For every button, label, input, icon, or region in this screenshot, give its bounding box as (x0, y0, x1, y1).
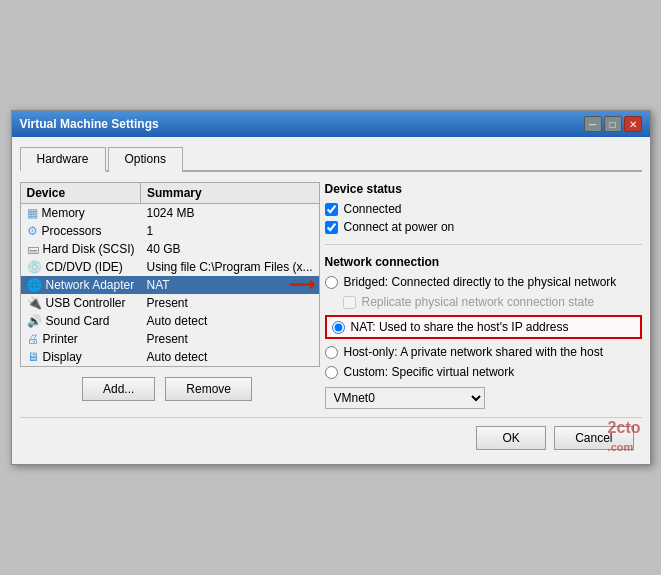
ok-button[interactable]: OK (476, 426, 546, 450)
nat-label: NAT: Used to share the host's IP address (351, 320, 569, 334)
left-panel: Device Summary ▦Memory 1024 MB ⚙Processo… (20, 182, 315, 409)
table-row[interactable]: 🖥Display Auto detect (20, 348, 319, 367)
connect-power-label: Connect at power on (344, 220, 455, 234)
arrow-icon: ⟶ (289, 274, 315, 296)
custom-radio[interactable] (325, 366, 338, 379)
table-row[interactable]: 🖨Printer Present (20, 330, 319, 348)
table-row-network-adapter[interactable]: 🌐Network Adapter NAT ⟶ (20, 276, 319, 294)
bridged-label: Bridged: Connected directly to the physi… (344, 275, 617, 289)
table-actions: Add... Remove (20, 377, 315, 401)
bridged-radio-row: Bridged: Connected directly to the physi… (325, 275, 642, 289)
maximize-button[interactable]: □ (604, 116, 622, 132)
replicate-label: Replicate physical network connection st… (362, 295, 595, 309)
connected-label: Connected (344, 202, 402, 216)
close-button[interactable]: ✕ (624, 116, 642, 132)
connected-checkbox-row: Connected (325, 202, 642, 216)
table-row[interactable]: 🖴Hard Disk (SCSI) 40 GB (20, 240, 319, 258)
custom-radio-row: Custom: Specific virtual network (325, 365, 642, 379)
replicate-radio-row: Replicate physical network connection st… (325, 295, 642, 309)
add-button[interactable]: Add... (82, 377, 155, 401)
device-status-label: Device status (325, 182, 642, 196)
content-area: Device Summary ▦Memory 1024 MB ⚙Processo… (20, 182, 642, 409)
table-row[interactable]: ⚙Processors 1 (20, 222, 319, 240)
connected-checkbox[interactable] (325, 203, 338, 216)
title-bar: Virtual Machine Settings ─ □ ✕ (12, 111, 650, 137)
window-title: Virtual Machine Settings (20, 117, 159, 131)
col-summary: Summary (141, 183, 320, 204)
radio-group: Bridged: Connected directly to the physi… (325, 275, 642, 379)
remove-button[interactable]: Remove (165, 377, 252, 401)
table-row[interactable]: 💿CD/DVD (IDE) Using file C:\Program File… (20, 258, 319, 276)
custom-label: Custom: Specific virtual network (344, 365, 515, 379)
col-device: Device (20, 183, 141, 204)
cancel-button[interactable]: Cancel (554, 426, 633, 450)
hostonly-radio-row: Host-only: A private network shared with… (325, 345, 642, 359)
table-row[interactable]: ▦Memory 1024 MB (20, 204, 319, 223)
hostonly-radio[interactable] (325, 346, 338, 359)
right-panel: Device status Connected Connect at power… (325, 182, 642, 409)
table-row[interactable]: 🔊Sound Card Auto detect (20, 312, 319, 330)
connect-power-checkbox[interactable] (325, 221, 338, 234)
window-body: Hardware Options Device Summary (12, 137, 650, 464)
bottom-buttons: OK Cancel (20, 417, 642, 456)
divider (325, 244, 642, 245)
network-connection-label: Network connection (325, 255, 642, 269)
vmnet-select[interactable]: VMnet0 VMnet1 VMnet2 VMnet8 (325, 387, 485, 409)
connect-power-checkbox-row: Connect at power on (325, 220, 642, 234)
tab-hardware[interactable]: Hardware (20, 147, 106, 172)
hostonly-label: Host-only: A private network shared with… (344, 345, 603, 359)
nat-radio-row: NAT: Used to share the host's IP address (325, 315, 642, 339)
table-row[interactable]: 🔌USB Controller Present (20, 294, 319, 312)
tab-options[interactable]: Options (108, 147, 183, 172)
device-table: Device Summary ▦Memory 1024 MB ⚙Processo… (20, 182, 320, 367)
nat-radio[interactable] (332, 321, 345, 334)
replicate-checkbox (343, 296, 356, 309)
window-controls: ─ □ ✕ (584, 116, 642, 132)
minimize-button[interactable]: ─ (584, 116, 602, 132)
vmnet-dropdown-row: VMnet0 VMnet1 VMnet2 VMnet8 (325, 387, 642, 409)
bridged-radio[interactable] (325, 276, 338, 289)
tab-bar: Hardware Options (20, 145, 642, 172)
